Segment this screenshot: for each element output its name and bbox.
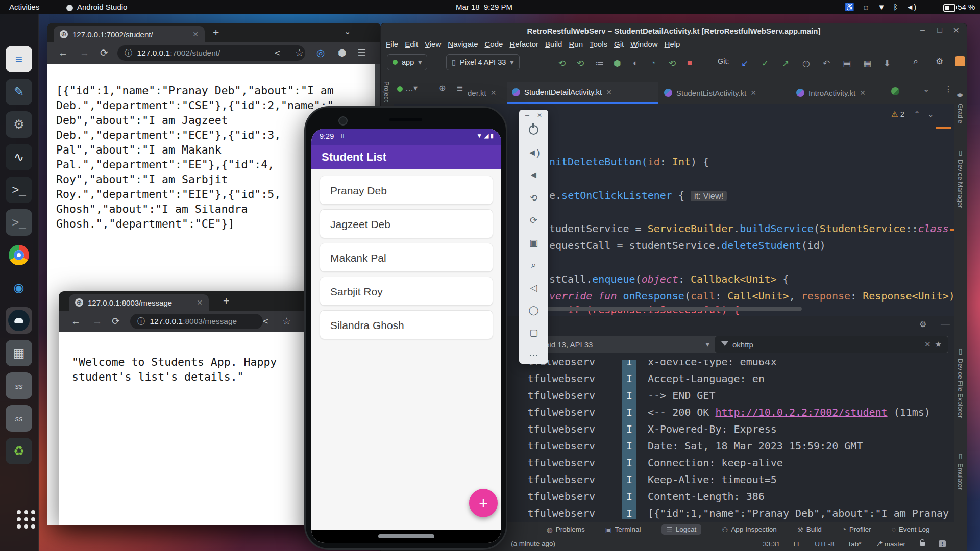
run-icon[interactable]: ⟲ xyxy=(558,58,566,69)
new-tab-button[interactable]: + xyxy=(223,295,229,307)
activities-button[interactable]: Activities xyxy=(9,0,39,14)
rotate-left-icon[interactable]: ⟲ xyxy=(519,192,548,204)
close-tab-icon[interactable]: ✕ xyxy=(192,30,199,38)
favorite-filter-icon[interactable]: ★ xyxy=(935,340,942,349)
git-rollback-icon[interactable]: ↶ xyxy=(823,58,830,69)
apply-changes-icon[interactable]: ⟲ xyxy=(577,58,584,69)
dock-item-app-grid[interactable] xyxy=(6,499,32,525)
student-card[interactable]: Makank Pal xyxy=(320,243,493,272)
git-update-icon[interactable]: ↙ xyxy=(741,58,748,69)
android-project-icon[interactable] xyxy=(397,86,403,92)
menu-git[interactable]: Git xyxy=(614,40,624,48)
kotlin-file-icon[interactable] xyxy=(891,87,899,97)
add-student-fab[interactable]: + xyxy=(469,489,498,517)
volume-up-icon[interactable]: ◄) xyxy=(519,147,548,158)
overview-icon[interactable]: ▢ xyxy=(519,327,548,338)
menu-refactor[interactable]: Refactor xyxy=(509,40,538,48)
search-icon[interactable]: ⌕ xyxy=(913,56,918,67)
zoom-icon[interactable]: ⌕ xyxy=(519,260,548,270)
share-icon[interactable]: < xyxy=(275,42,280,64)
next-warning-icon[interactable]: ⌄ xyxy=(927,110,934,118)
dock-item-chrome[interactable] xyxy=(6,242,32,268)
toolwindow-build[interactable]: ⚒Build xyxy=(797,525,822,534)
maximize-button[interactable]: □ xyxy=(937,26,942,35)
clock[interactable]: Mar 18 9:29 PM xyxy=(456,0,512,14)
student-card[interactable]: Sarbjit Roy xyxy=(320,277,493,306)
back-icon[interactable]: ← xyxy=(71,311,81,332)
student-card[interactable]: Jagzeet Deb xyxy=(320,209,493,238)
sync-project-icon[interactable]: ▤ xyxy=(843,58,851,69)
browser1-tab[interactable]: ⊕ 127.0.0.1:7002/student/ ✕ xyxy=(54,26,205,42)
dock-item-browser-blue[interactable]: ◉ xyxy=(6,274,32,301)
dock-item-files[interactable]: ≡ xyxy=(6,46,32,72)
dock-item-screenshot-1[interactable]: ss xyxy=(6,372,32,399)
run-configurations-icon[interactable]: ≔ xyxy=(595,58,604,69)
run-configuration-select[interactable]: app▾ xyxy=(387,54,427,70)
toolwindow-event-log[interactable]: ◌Event Log xyxy=(892,525,930,533)
logcat-filter-input[interactable]: okhttp ✕ ★ xyxy=(715,336,948,353)
menu-tools[interactable]: Tools xyxy=(590,40,607,48)
sidebar-device-manager[interactable]: Device Manager xyxy=(957,160,964,208)
attach-debugger-icon[interactable]: ◖ xyxy=(632,58,637,68)
gear-icon[interactable]: ⚙ xyxy=(936,56,943,67)
home-icon[interactable]: ◯ xyxy=(519,305,548,316)
locate-file-icon[interactable]: ⊕ xyxy=(439,83,446,93)
profiler-icon[interactable]: ◔ xyxy=(650,58,655,68)
dock-item-trash[interactable]: ♻ xyxy=(6,438,32,464)
dock-item-terminal-2[interactable]: >_ xyxy=(6,209,32,236)
dock-item-image-viewer[interactable]: ▦ xyxy=(6,340,32,366)
notifications-icon[interactable]: ! xyxy=(939,540,946,547)
system-tray[interactable]: ♿☼▼ᛒ◄) xyxy=(845,0,924,14)
hide-panel-icon[interactable]: — xyxy=(941,318,950,329)
bookmark-star-icon[interactable]: ☆ xyxy=(282,311,291,332)
browser2-url-bar[interactable]: ⓘ 127.0.0.1:8003/message xyxy=(130,314,263,329)
prev-warning-icon[interactable]: ⌃ xyxy=(914,110,920,118)
new-tab-button[interactable]: + xyxy=(213,27,219,39)
toolwindow-problems[interactable]: ◍Problems xyxy=(547,525,585,534)
forward-icon[interactable]: → xyxy=(80,42,89,64)
site-info-icon[interactable]: ⓘ xyxy=(137,316,145,327)
gesture-pill[interactable] xyxy=(378,534,434,538)
browser2-tab[interactable]: ⊕ 127.0.0.1:8003/message ✕ xyxy=(69,294,209,311)
share-icon[interactable]: < xyxy=(263,311,268,332)
git-branch[interactable]: ⎇ master xyxy=(874,540,905,548)
toolwindow-profiler[interactable]: ◔Profiler xyxy=(842,525,871,533)
extensions-puzzle-icon[interactable]: ⬢ xyxy=(338,42,347,64)
caret-position[interactable]: 33:31 xyxy=(763,540,780,548)
more-icon[interactable]: ⋯ xyxy=(519,349,548,361)
phone-screen[interactable]: 9:29 ▯ ▼◢▮ Student List Pranay DebJagzee… xyxy=(311,129,501,543)
student-card[interactable]: Pranay Deb xyxy=(320,176,493,205)
tab-der.kt[interactable]: der.kt✕ xyxy=(462,82,506,104)
power-icon[interactable] xyxy=(519,125,548,137)
logcat-settings-gear-icon[interactable]: ⚙ xyxy=(919,319,926,329)
dock-item-system-monitor[interactable]: ∿ xyxy=(6,144,32,170)
git-history-icon[interactable]: ◷ xyxy=(802,58,810,69)
indent-style[interactable]: Tab* xyxy=(847,540,861,548)
debug-icon[interactable]: ⬢ xyxy=(614,58,621,69)
reload-icon[interactable]: ⟳ xyxy=(100,42,108,64)
project-dropdown[interactable]: …▾ xyxy=(405,83,418,93)
tab-options-kebab-icon[interactable]: ⋮ xyxy=(944,84,952,94)
dock-item-android-studio[interactable] xyxy=(6,307,32,334)
menu-build[interactable]: Build xyxy=(545,40,562,48)
menu-view[interactable]: View xyxy=(425,40,441,48)
student-card[interactable]: Silandra Ghosh xyxy=(320,310,493,339)
hidden-tabs-chevron-icon[interactable]: ⌄ xyxy=(923,84,929,94)
dock-item-settings[interactable]: ⚙ xyxy=(6,111,32,138)
dock-item-screenshot-2[interactable]: ss xyxy=(6,405,32,432)
close-tab-icon[interactable]: ✕ xyxy=(606,88,612,96)
readonly-lock-icon[interactable] xyxy=(920,542,925,546)
menu-icon[interactable]: ☰ xyxy=(357,42,366,64)
minimize-button[interactable]: – xyxy=(920,26,925,35)
screenshot-icon[interactable]: ▣ xyxy=(519,237,548,248)
toolwindow-app-inspection[interactable]: ⚇App Inspection xyxy=(722,525,776,534)
menu-help[interactable]: Help xyxy=(665,40,680,48)
battery-indicator[interactable]: 54 % xyxy=(943,0,975,14)
sidebar-gradle[interactable]: Gradle xyxy=(957,104,964,123)
menu-file[interactable]: File xyxy=(386,40,398,48)
back-icon[interactable]: ← xyxy=(58,42,68,64)
tab-StudentListActivity.kt[interactable]: StudentListActivity.kt✕ xyxy=(659,82,790,104)
volume-down-icon[interactable]: ◄ xyxy=(519,170,548,181)
menu-window[interactable]: Window xyxy=(630,40,657,48)
reload-icon[interactable]: ⟳ xyxy=(112,311,120,332)
